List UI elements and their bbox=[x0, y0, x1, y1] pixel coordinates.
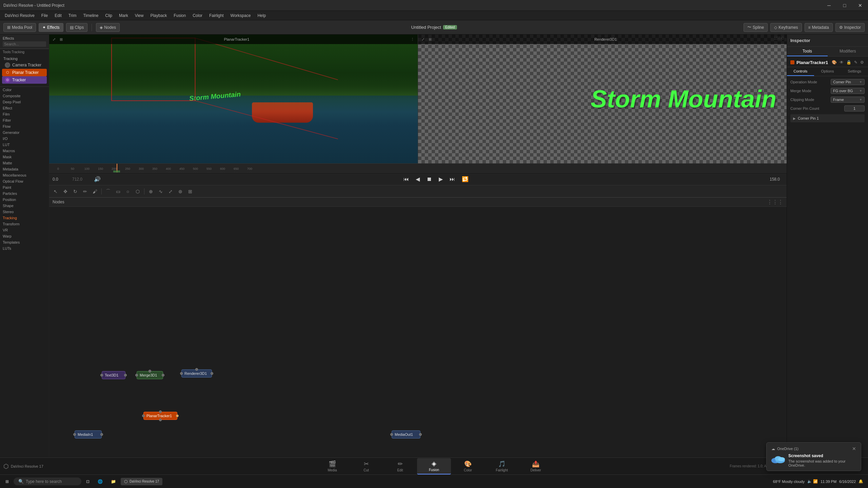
node-mediain1[interactable]: MediaIn1 bbox=[75, 430, 102, 439]
sidebar-item-mask[interactable]: Mask bbox=[0, 154, 49, 160]
node-planartracker1[interactable]: PlanarTracker1 bbox=[143, 412, 177, 420]
renderer3d1-port-left[interactable] bbox=[180, 372, 183, 375]
menu-view[interactable]: View bbox=[132, 13, 146, 19]
notification-btn[interactable]: 🔔 bbox=[859, 479, 863, 484]
sidebar-item-matte[interactable]: Matte bbox=[0, 160, 49, 166]
resolve-taskbar-btn[interactable]: ⬡ DaVinci Resolve 17 bbox=[121, 478, 162, 485]
inspector-edit-btn[interactable]: ✎ bbox=[853, 59, 858, 65]
viewer-left-expand[interactable]: ⤢ bbox=[51, 37, 57, 42]
menu-file[interactable]: File bbox=[39, 13, 51, 19]
menu-color[interactable]: Color bbox=[190, 13, 205, 19]
sidebar-item-color[interactable]: Color bbox=[0, 87, 49, 93]
inspector-lock-btn[interactable]: 🔒 bbox=[846, 59, 852, 65]
menu-clip[interactable]: Clip bbox=[102, 13, 115, 19]
corner-pin-count-value[interactable]: 1 bbox=[844, 105, 865, 111]
sidebar-item-optical-flow[interactable]: Optical Flow bbox=[0, 178, 49, 184]
task-view-button[interactable]: ⊡ bbox=[83, 478, 93, 485]
sidebar-item-warp[interactable]: Warp bbox=[0, 233, 49, 239]
taskbar-search[interactable]: 🔍 Type here to search bbox=[14, 477, 81, 485]
app-color[interactable]: 🎨 Color bbox=[451, 458, 485, 474]
keyframes-button[interactable]: ◇ Keyframes bbox=[770, 23, 802, 32]
planar1-port-bottom[interactable] bbox=[159, 419, 162, 421]
sidebar-item-shape[interactable]: Shape bbox=[0, 203, 49, 209]
planar-tracker-item[interactable]: ⬡ Planar Tracker bbox=[2, 69, 47, 76]
node-merge3d1[interactable]: Merge3D1 bbox=[137, 371, 163, 379]
planar1-port-left[interactable] bbox=[142, 414, 145, 417]
node-text3d1[interactable]: Text3D1 bbox=[102, 371, 125, 379]
sidebar-item-misc[interactable]: Miscellaneous bbox=[0, 172, 49, 178]
sidebar-item-macros[interactable]: Macros bbox=[0, 148, 49, 154]
merge3d1-port-right[interactable] bbox=[162, 374, 164, 377]
viewer-left-option1[interactable]: ⊞ bbox=[58, 37, 64, 42]
spline-button[interactable]: 〜 Spline bbox=[744, 23, 768, 32]
sidebar-item-io[interactable]: I/O bbox=[0, 136, 49, 142]
effects-button[interactable]: ✦ Effects bbox=[39, 23, 63, 32]
tool-path[interactable]: ∿ bbox=[156, 187, 165, 196]
inspector-button[interactable]: ⚙ Inspector bbox=[835, 23, 865, 32]
sidebar-item-filter[interactable]: Filter bbox=[0, 117, 49, 123]
app-cut[interactable]: ✂ Cut bbox=[349, 458, 383, 474]
tool-rect[interactable]: ▭ bbox=[114, 187, 122, 196]
timeline-ruler[interactable]: 0 50 100 150 200 250 300 350 400 450 500… bbox=[49, 163, 787, 173]
viewer-right-expand[interactable]: ⤢ bbox=[420, 37, 426, 42]
renderer3d1-port-top[interactable] bbox=[195, 368, 198, 371]
close-button[interactable]: ✕ bbox=[852, 0, 868, 11]
go-to-start-button[interactable]: ⏮ bbox=[401, 176, 411, 183]
sidebar-item-luts[interactable]: LUTs bbox=[0, 245, 49, 251]
sidebar-item-metadata[interactable]: Metadata bbox=[0, 166, 49, 172]
tool-brush[interactable]: 🖌 bbox=[91, 187, 99, 196]
sidebar-item-stereo[interactable]: Stereo bbox=[0, 209, 49, 215]
app-fusion[interactable]: ◈ Fusion bbox=[417, 458, 451, 474]
merge3d1-port-top[interactable] bbox=[149, 370, 151, 372]
sidebar-item-lut[interactable]: LUT bbox=[0, 142, 49, 148]
menu-mark[interactable]: Mark bbox=[116, 13, 131, 19]
sidebar-item-transform[interactable]: Transform bbox=[0, 221, 49, 227]
text3d1-port-right[interactable] bbox=[124, 374, 127, 377]
nodes-options-button[interactable]: ⋮⋮⋮ bbox=[767, 199, 783, 205]
sidebar-item-tracking[interactable]: Tracking bbox=[0, 215, 49, 221]
start-button[interactable]: ⊞ bbox=[2, 478, 12, 485]
camera-tracker-item[interactable]: 🎥 Camera Tracker bbox=[2, 61, 47, 69]
volume-button[interactable]: 🔊 bbox=[92, 175, 103, 183]
notif-close-button[interactable]: ✕ bbox=[852, 446, 856, 451]
inspector-sub-tab-options[interactable]: Options bbox=[814, 67, 841, 76]
tool-move[interactable]: ✥ bbox=[61, 187, 70, 196]
viewer-right-option2[interactable]: ⋮ bbox=[778, 37, 785, 42]
sidebar-item-composite[interactable]: Composite bbox=[0, 93, 49, 99]
inspector-tab-modifiers[interactable]: Modifiers bbox=[828, 47, 868, 56]
node-renderer3d1[interactable]: Renderer3D1 bbox=[181, 369, 212, 378]
sidebar-item-position[interactable]: Position bbox=[0, 197, 49, 203]
inspector-sub-tab-settings[interactable]: Settings bbox=[841, 67, 868, 76]
inspector-color-btn[interactable]: 🎨 bbox=[831, 59, 837, 65]
inspector-settings-btn[interactable]: ⚙ bbox=[860, 59, 865, 65]
menu-fusion[interactable]: Fusion bbox=[171, 13, 189, 19]
menu-playback[interactable]: Playback bbox=[147, 13, 170, 19]
sidebar-item-templates[interactable]: Templates bbox=[0, 239, 49, 245]
tool-arrow[interactable]: ↖ bbox=[51, 187, 60, 196]
sidebar-item-vr[interactable]: VR bbox=[0, 227, 49, 233]
tool-track[interactable]: ⊕ bbox=[146, 187, 155, 196]
media-pool-button[interactable]: ⊞ Media Pool bbox=[3, 23, 36, 32]
nodes-canvas[interactable]: MediaIn1 Text3D1 Merge3D1 bbox=[49, 207, 787, 474]
step-back-button[interactable]: ◀ bbox=[414, 175, 422, 183]
nodes-button[interactable]: ◈ Nodes bbox=[96, 23, 120, 32]
tool-rotate[interactable]: ↻ bbox=[71, 187, 80, 196]
corner-pin-1-section[interactable]: ▶ Corner Pin 1 bbox=[790, 114, 865, 122]
tool-bezier[interactable]: ⌒ bbox=[104, 187, 113, 196]
mediain1-port-right[interactable] bbox=[100, 433, 103, 436]
sidebar-item-film[interactable]: Film bbox=[0, 111, 49, 117]
planar1-port-right[interactable] bbox=[176, 414, 179, 417]
operation-mode-value[interactable]: Corner Pin ▼ bbox=[831, 79, 865, 85]
sidebar-item-paint[interactable]: Paint bbox=[0, 184, 49, 190]
merge-mode-value[interactable]: FG over BG ▼ bbox=[831, 88, 865, 94]
tracker-item[interactable]: ⊙ Tracker bbox=[2, 76, 47, 84]
node-mediaout1[interactable]: MediaOut1 bbox=[392, 430, 420, 439]
renderer3d1-port-right[interactable] bbox=[211, 372, 213, 375]
menu-trim[interactable]: Trim bbox=[66, 13, 79, 19]
play-forward-button[interactable]: ▶ bbox=[437, 175, 445, 183]
mediain1-port-left[interactable] bbox=[73, 433, 76, 436]
merge3d1-port-left[interactable] bbox=[135, 374, 138, 377]
tool-polygon[interactable]: ⬡ bbox=[133, 187, 142, 196]
clips-button[interactable]: ▤ Clips bbox=[66, 23, 88, 32]
maximize-button[interactable]: □ bbox=[837, 0, 852, 11]
